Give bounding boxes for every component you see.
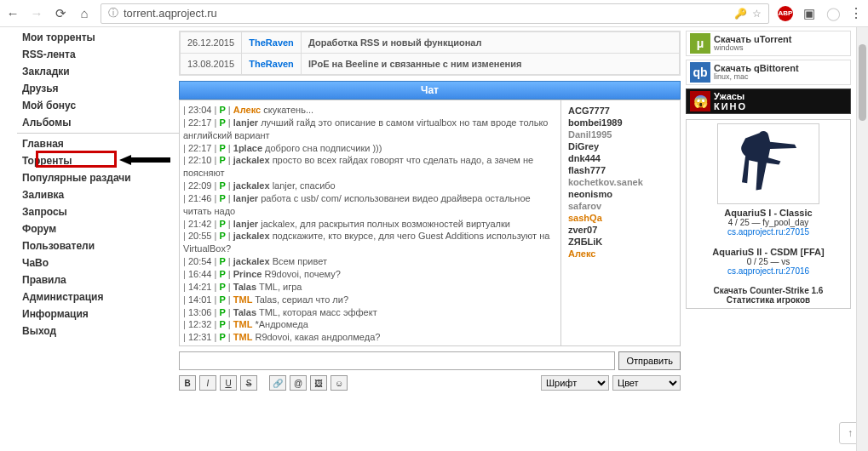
qbittorrent-badge[interactable]: qb Скачать qBittorent linux, mac [686,60,851,85]
chat-line: | 20:54 | P | jackalex Всем привет [183,255,557,268]
profile-icon[interactable]: ◯ [825,6,841,21]
sidebar-item[interactable]: Мои торренты [17,29,179,46]
chat-user[interactable]: neonismo [568,189,673,199]
sidebar-item[interactable]: Альбомы [17,114,179,131]
ext-icon[interactable]: ▣ [802,6,817,21]
url-bar[interactable]: ⓘ torrent.aqproject.ru 🔑 ☆ [101,3,769,24]
chat-user[interactable]: DiGrey [568,141,673,151]
strike-button[interactable]: S [240,375,257,391]
chat-line: | 22:17 | P | lanjer лучший гайд это опи… [183,117,557,142]
key-icon[interactable]: 🔑 [734,8,747,20]
chat-line: | 23:04 | P | Алекс скукатень... [183,104,557,117]
font-select[interactable]: Шрифт [541,375,609,391]
img-button[interactable]: 🖼 [310,375,327,391]
chat-line: | 22:10 | P | jackalex просто во всех га… [183,154,557,180]
sidebar-item[interactable]: Правила [17,271,179,288]
sidebar-item[interactable]: Друзья [17,80,179,97]
chat-send-button[interactable]: Отправить [618,351,681,370]
news-block: 26.12.2015TheRavenДоработка RSS и новый … [179,31,681,76]
sidebar-item[interactable]: Заливка [17,186,179,203]
chat-user[interactable]: Алекс [568,248,673,259]
at-button[interactable]: @ [290,375,307,391]
chat-line: | 13:06 | P | Talas TML, которая масс эф… [183,306,557,319]
chat-line: | 14:01 | P | TML Talas, сериал что ли? [183,294,557,306]
sidebar-item[interactable]: Закладки [17,63,179,80]
srv1-sub: 4 / 25 — fy_pool_day [690,218,847,227]
arrow-icon [119,151,170,168]
chat-line: | 11:33 | P | R9dovoi Андромеда полная л… [183,344,557,345]
link-button[interactable]: 🔗 [269,375,286,391]
chat-line: | 22:09 | P | jackalex lanjer, спасибо [183,180,557,192]
chat-header: Чат [179,81,681,100]
chat-user[interactable]: sashQa [568,213,673,223]
cs-figure-icon [717,123,819,204]
sidebar-item[interactable]: Информация [17,305,179,323]
chat-line: | 20:55 | P | jackalex подскажите, кто в… [183,230,557,255]
bookmark-icon[interactable]: ☆ [752,8,762,20]
chat-line: | 21:42 | P | lanjer jackalex, для раскр… [183,218,557,231]
sidebar-item[interactable]: Выход [17,323,179,340]
adblock-icon[interactable]: ABP [778,6,793,21]
srv2-link[interactable]: cs.aqproject.ru:27016 [690,266,847,276]
chat-line: | 12:32 | P | TML *Андромеда [183,318,557,331]
reload-icon[interactable]: ⟳ [53,6,68,21]
menu-icon[interactable]: ⋮ [849,5,863,21]
color-select[interactable]: Цвет [612,375,681,391]
chat-user[interactable]: dnk444 [568,153,673,163]
italic-button[interactable]: I [199,375,216,391]
chat-line: | 16:44 | P | Prince R9dovoi, почему? [183,268,557,281]
srv1-link[interactable]: cs.aqproject.ru:27015 [690,227,847,237]
sidebar-item[interactable]: ЧаВо [17,254,179,271]
horror-icon: 😱 [690,91,710,111]
smile-button[interactable]: ☺ [331,375,348,391]
chat-line: | 14:21 | P | Talas TML, игра [183,281,557,294]
home-icon[interactable]: ⌂ [77,6,92,21]
chat-toolbar: B I U S 🔗 @ 🖼 ☺ Шрифт Цвет [179,375,681,391]
srv1-title: AquariuS I - Classic [690,208,847,218]
kino-badge[interactable]: 😱 Ужасы КИНО [686,88,851,114]
sidebar-item[interactable]: RSS-лента [17,46,179,63]
sidebar-item[interactable]: Главная [17,135,179,152]
chat-line: | 12:31 | P | TML R9dovoi, какая андролм… [183,331,557,344]
bold-button[interactable]: B [179,375,196,391]
sidebar-item[interactable]: Популярные раздачи [17,169,179,186]
cs-stats-link[interactable]: Статистика игроков [690,295,847,305]
divider [17,133,179,134]
cs-dl-link[interactable]: Скачать Counter-Strike 1.6 [690,286,847,295]
cs-server-box: AquariuS I - Classic 4 / 25 — fy_pool_da… [686,119,851,309]
chat-user[interactable]: bombei1989 [568,117,673,128]
sidebar-item[interactable]: Пользователи [17,237,179,254]
srv2-sub: 0 / 25 — vs [690,257,847,266]
site-info-icon[interactable]: ⓘ [108,6,118,20]
chat-lines: | 23:04 | P | Алекс скукатень...| 22:17 … [180,100,560,345]
scrollbar[interactable] [856,27,868,451]
chat-input[interactable] [179,351,615,370]
chat-user[interactable]: Danil1995 [568,129,673,140]
chat-user[interactable]: ACG7777 [568,106,673,116]
chat-users: ACG7777bombei1989Danil1995DiGreydnk444fl… [560,100,680,345]
utorrent-badge[interactable]: μ Скачать uTorrent windows [686,31,851,56]
chat-user[interactable]: zver07 [568,225,673,235]
chat-line: | 22:17 | P | 1place доброго сна подписч… [183,142,557,155]
utorrent-icon: μ [690,33,710,54]
back-icon[interactable]: ← [5,6,20,21]
srv2-title: AquariuS II - CSDM [FFA] [690,247,847,257]
underline-button[interactable]: U [220,375,237,391]
chat-user[interactable]: kochetkov.sanek [568,177,673,187]
chat-user[interactable]: flash777 [568,165,673,175]
chat-user[interactable]: safarov [568,201,673,211]
url-text: torrent.aqproject.ru [124,7,729,20]
forward-icon[interactable]: → [29,6,44,21]
sidebar-item[interactable]: Форум [17,220,179,237]
sidebar-item[interactable]: Администрация [17,288,179,305]
sidebar-item[interactable]: Мой бонус [17,97,179,114]
chat-user[interactable]: ZЯБLiK [568,237,673,247]
chat-line: | 21:46 | P | lanjer работа с usb/ com/ … [183,192,557,218]
sidebar-item[interactable]: Запросы [17,203,179,220]
qbittorrent-icon: qb [690,62,710,83]
